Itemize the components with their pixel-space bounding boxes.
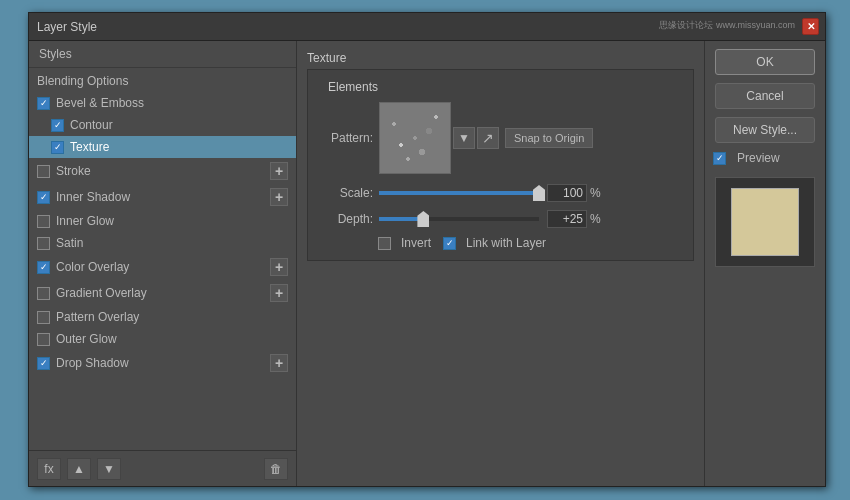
- bottom-toolbar: fx ▲ ▼ 🗑: [29, 450, 296, 486]
- link-layer-label: Link with Layer: [466, 236, 546, 250]
- pattern-dropdown-button[interactable]: ▼: [453, 127, 475, 149]
- section-title: Texture: [307, 51, 694, 65]
- sidebar-item-pattern-overlay[interactable]: Pattern Overlay: [29, 306, 296, 328]
- scale-row: Scale: 100 %: [318, 184, 683, 202]
- gradient-overlay-checkbox[interactable]: [37, 287, 50, 300]
- invert-label: Invert: [401, 236, 431, 250]
- sidebar-item-drop-shadow[interactable]: Drop Shadow +: [29, 350, 296, 376]
- inner-glow-checkbox[interactable]: [37, 215, 50, 228]
- pattern-overlay-checkbox[interactable]: [37, 311, 50, 324]
- gradient-overlay-add-button[interactable]: +: [270, 284, 288, 302]
- blending-options-label: Blending Options: [37, 74, 128, 88]
- checkbox-row: Invert Link with Layer: [318, 236, 683, 250]
- satin-checkbox[interactable]: [37, 237, 50, 250]
- styles-label: Styles: [39, 47, 72, 61]
- sidebar-item-color-overlay[interactable]: Color Overlay +: [29, 254, 296, 280]
- invert-check-item[interactable]: Invert: [378, 236, 431, 250]
- preview-check[interactable]: Preview: [713, 151, 780, 165]
- texture-label: Texture: [70, 140, 109, 154]
- pattern-thumbnail[interactable]: [379, 102, 451, 174]
- color-overlay-label: Color Overlay: [56, 260, 129, 274]
- elements-title: Elements: [318, 80, 683, 94]
- preview-label: Preview: [737, 151, 780, 165]
- texture-section: Elements Pattern: ▼ ↗ Snap to Origin Sca…: [307, 69, 694, 261]
- inner-shadow-checkbox[interactable]: [37, 191, 50, 204]
- down-icon: ▼: [103, 462, 115, 476]
- sidebar-item-satin[interactable]: Satin: [29, 232, 296, 254]
- cancel-button[interactable]: Cancel: [715, 83, 815, 109]
- move-up-button[interactable]: ▲: [67, 458, 91, 480]
- bevel-emboss-label: Bevel & Emboss: [56, 96, 144, 110]
- preview-box: [715, 177, 815, 267]
- contour-label: Contour: [70, 118, 113, 132]
- sidebar-item-stroke[interactable]: Stroke +: [29, 158, 296, 184]
- center-panel: Texture Elements Pattern: ▼ ↗ Snap to Or…: [297, 41, 705, 486]
- sidebar-item-inner-glow[interactable]: Inner Glow: [29, 210, 296, 232]
- left-panel: Styles Blending Options Bevel & Emboss C…: [29, 41, 297, 486]
- depth-unit: %: [590, 212, 601, 226]
- pattern-thumb-inner: [380, 103, 450, 173]
- sidebar-item-texture[interactable]: Texture: [29, 136, 296, 158]
- depth-value-input[interactable]: +25: [547, 210, 587, 228]
- close-button[interactable]: ✕: [802, 18, 819, 35]
- color-overlay-checkbox[interactable]: [37, 261, 50, 274]
- dialog-title: Layer Style: [37, 20, 97, 34]
- scale-fill: [379, 191, 539, 195]
- depth-thumb[interactable]: [417, 211, 429, 227]
- outer-glow-label: Outer Glow: [56, 332, 117, 346]
- depth-label: Depth:: [318, 212, 373, 226]
- sidebar-item-contour[interactable]: Contour: [29, 114, 296, 136]
- link-layer-check-item[interactable]: Link with Layer: [443, 236, 546, 250]
- sidebar-item-outer-glow[interactable]: Outer Glow: [29, 328, 296, 350]
- inner-shadow-label: Inner Shadow: [56, 190, 130, 204]
- drop-shadow-label: Drop Shadow: [56, 356, 129, 370]
- stroke-add-button[interactable]: +: [270, 162, 288, 180]
- pattern-overlay-label: Pattern Overlay: [56, 310, 139, 324]
- delete-icon: 🗑: [270, 462, 282, 476]
- sidebar-item-blending-options[interactable]: Blending Options: [29, 70, 296, 92]
- layer-list: Blending Options Bevel & Emboss Contour …: [29, 68, 296, 450]
- drop-shadow-checkbox[interactable]: [37, 357, 50, 370]
- link-layer-checkbox[interactable]: [443, 237, 456, 250]
- ok-button[interactable]: OK: [715, 49, 815, 75]
- fx-button[interactable]: fx: [37, 458, 61, 480]
- scale-value-input[interactable]: 100: [547, 184, 587, 202]
- scale-thumb[interactable]: [533, 185, 545, 201]
- preview-checkbox[interactable]: [713, 152, 726, 165]
- sidebar-item-bevel-emboss[interactable]: Bevel & Emboss: [29, 92, 296, 114]
- drop-shadow-add-button[interactable]: +: [270, 354, 288, 372]
- contour-checkbox[interactable]: [51, 119, 64, 132]
- dialog-body: Styles Blending Options Bevel & Emboss C…: [29, 41, 825, 486]
- pattern-row: Pattern: ▼ ↗ Snap to Origin: [318, 102, 683, 174]
- snap-to-origin-button[interactable]: Snap to Origin: [505, 128, 593, 148]
- fx-label: fx: [44, 462, 53, 476]
- delete-button[interactable]: 🗑: [264, 458, 288, 480]
- satin-label: Satin: [56, 236, 83, 250]
- move-down-button[interactable]: ▼: [97, 458, 121, 480]
- new-pattern-button[interactable]: ↗: [477, 127, 499, 149]
- sidebar-item-gradient-overlay[interactable]: Gradient Overlay +: [29, 280, 296, 306]
- bevel-emboss-checkbox[interactable]: [37, 97, 50, 110]
- invert-checkbox[interactable]: [378, 237, 391, 250]
- up-icon: ▲: [73, 462, 85, 476]
- preview-inner: [731, 188, 799, 256]
- new-style-button[interactable]: New Style...: [715, 117, 815, 143]
- depth-row: Depth: +25 %: [318, 210, 683, 228]
- right-panel: OK Cancel New Style... Preview: [705, 41, 825, 486]
- title-bar: Layer Style 思缘设计论坛 www.missyuan.com ✕: [29, 13, 825, 41]
- outer-glow-checkbox[interactable]: [37, 333, 50, 346]
- scale-slider[interactable]: [379, 191, 539, 195]
- inner-glow-label: Inner Glow: [56, 214, 114, 228]
- inner-shadow-add-button[interactable]: +: [270, 188, 288, 206]
- styles-header: Styles: [29, 41, 296, 68]
- layer-style-dialog: Layer Style 思缘设计论坛 www.missyuan.com ✕ St…: [28, 12, 826, 487]
- pattern-label: Pattern:: [318, 131, 373, 145]
- texture-checkbox[interactable]: [51, 141, 64, 154]
- color-overlay-add-button[interactable]: +: [270, 258, 288, 276]
- stroke-checkbox[interactable]: [37, 165, 50, 178]
- sidebar-item-inner-shadow[interactable]: Inner Shadow +: [29, 184, 296, 210]
- stroke-label: Stroke: [56, 164, 91, 178]
- depth-slider[interactable]: [379, 217, 539, 221]
- scale-unit: %: [590, 186, 601, 200]
- watermark: 思缘设计论坛 www.missyuan.com: [659, 19, 795, 32]
